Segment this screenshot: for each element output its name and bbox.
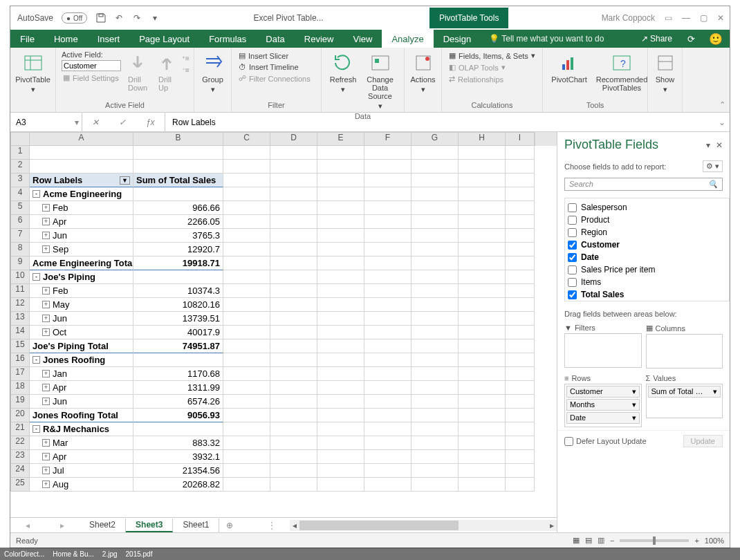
pivot-field-total-sales[interactable]: Total Sales xyxy=(568,288,726,301)
cell[interactable] xyxy=(411,160,459,174)
cell[interactable]: 74951.87 xyxy=(133,339,223,353)
cell[interactable] xyxy=(270,464,317,478)
change-data-source-button[interactable]: Change Data Source▾ xyxy=(362,50,398,112)
row-header[interactable]: 11 xyxy=(10,284,30,298)
formula-input[interactable]: Row Labels xyxy=(165,118,714,127)
recommended-pivot-button[interactable]: ? Recommended PivotTables xyxy=(593,50,651,93)
col-header-G[interactable]: G xyxy=(411,132,459,146)
cell[interactable] xyxy=(506,174,535,187)
cell[interactable] xyxy=(411,229,459,243)
share-button[interactable]: ↗ Share xyxy=(633,34,681,44)
col-header-C[interactable]: C xyxy=(223,132,270,146)
relationships-button[interactable]: ⇄ Relationships xyxy=(447,74,537,84)
cell[interactable] xyxy=(223,146,270,160)
expand-collapse-icon[interactable]: - xyxy=(33,356,40,364)
cell[interactable] xyxy=(223,229,270,243)
qat-more-icon[interactable]: ▾ xyxy=(149,12,160,24)
row-header[interactable]: 24 xyxy=(10,464,30,478)
col-header-I[interactable]: I xyxy=(506,132,535,146)
sheet-tab-sheet2[interactable]: Sheet2 xyxy=(80,519,126,532)
cell[interactable] xyxy=(133,187,223,201)
cell[interactable]: -Jones Roofing xyxy=(30,353,133,367)
cell[interactable]: 6574.26 xyxy=(133,395,223,409)
cell[interactable] xyxy=(317,229,364,243)
cell[interactable]: 40017.9 xyxy=(133,326,223,339)
cell[interactable] xyxy=(411,312,459,326)
cell[interactable] xyxy=(459,395,506,409)
row-header[interactable]: 18 xyxy=(10,381,30,395)
col-header-B[interactable]: B xyxy=(133,132,223,146)
expand-collapse-icon[interactable]: + xyxy=(42,218,50,225)
expand-collapse-icon[interactable]: + xyxy=(42,287,50,295)
tab-design[interactable]: Design xyxy=(434,30,481,48)
pivot-field-customer[interactable]: Customer xyxy=(568,239,726,251)
cell[interactable] xyxy=(459,215,506,229)
cell[interactable] xyxy=(223,270,270,284)
cell[interactable] xyxy=(364,160,411,174)
cell[interactable] xyxy=(270,187,317,201)
row-header[interactable]: 9 xyxy=(10,256,30,270)
cell[interactable]: 9056.93 xyxy=(133,409,223,422)
pivot-field-date[interactable]: Date xyxy=(568,251,726,263)
cell[interactable]: Sum of Total Sales xyxy=(133,174,223,187)
cell[interactable] xyxy=(30,160,133,174)
pivot-chart-button[interactable]: PivotChart xyxy=(548,50,590,85)
col-header-A[interactable]: A xyxy=(30,132,133,146)
history-icon[interactable]: ⟳ xyxy=(681,34,702,44)
sheet-last-icon[interactable]: ▸ xyxy=(60,521,64,530)
expand-collapse-icon[interactable]: + xyxy=(42,370,50,377)
cell[interactable] xyxy=(364,464,411,478)
cell[interactable]: 20268.82 xyxy=(133,478,223,492)
taskbar-item[interactable]: ColorDirect... xyxy=(4,550,44,558)
cell[interactable] xyxy=(223,339,270,353)
refresh-button[interactable]: Refresh▾ xyxy=(327,50,359,95)
cell[interactable] xyxy=(317,298,364,312)
cell[interactable] xyxy=(317,353,364,367)
cell[interactable] xyxy=(317,422,364,436)
tab-page-layout[interactable]: Page Layout xyxy=(129,30,199,48)
drill-up-button[interactable]: Drill Up xyxy=(154,50,179,93)
cell[interactable] xyxy=(459,326,506,339)
cell[interactable] xyxy=(223,256,270,270)
cell[interactable]: 10820.16 xyxy=(133,298,223,312)
cell[interactable] xyxy=(364,478,411,492)
cell[interactable] xyxy=(364,381,411,395)
cell[interactable] xyxy=(223,367,270,381)
cell[interactable] xyxy=(317,215,364,229)
cell[interactable] xyxy=(317,409,364,422)
filters-drop-area[interactable] xyxy=(564,333,642,368)
fields-items-sets-button[interactable]: ▦ Fields, Items, & Sets ▾ xyxy=(447,50,537,61)
cell[interactable] xyxy=(364,409,411,422)
expand-collapse-icon[interactable]: + xyxy=(42,480,50,488)
cell[interactable] xyxy=(506,187,535,201)
cell[interactable]: 966.66 xyxy=(133,201,223,215)
cell[interactable] xyxy=(411,201,459,215)
tab-home[interactable]: Home xyxy=(44,30,88,48)
row-header[interactable]: 4 xyxy=(10,187,30,201)
expand-collapse-icon[interactable]: + xyxy=(42,453,50,460)
cell[interactable] xyxy=(506,422,535,436)
cell[interactable]: 1170.68 xyxy=(133,367,223,381)
cell[interactable] xyxy=(506,381,535,395)
row-header[interactable]: 21 xyxy=(10,422,30,436)
cell[interactable] xyxy=(317,436,364,450)
cell[interactable] xyxy=(223,215,270,229)
cell[interactable] xyxy=(223,298,270,312)
values-area-item[interactable]: Sum of Total … ▾ xyxy=(648,386,721,398)
cell[interactable]: +Sep xyxy=(30,243,133,256)
cell[interactable]: Jones Roofing Total xyxy=(30,409,133,422)
maximize-icon[interactable]: ▢ xyxy=(700,13,707,23)
cell[interactable] xyxy=(364,229,411,243)
cell[interactable] xyxy=(270,339,317,353)
cell[interactable] xyxy=(411,422,459,436)
cell[interactable] xyxy=(506,326,535,339)
row-header[interactable]: 25 xyxy=(10,478,30,492)
rows-area-item[interactable]: Months ▾ xyxy=(566,399,640,411)
cell[interactable] xyxy=(364,298,411,312)
cell[interactable]: -Acme Engineering xyxy=(30,187,133,201)
cell[interactable] xyxy=(317,160,364,174)
pivot-field-salesperson[interactable]: Salesperson xyxy=(568,201,726,214)
cell[interactable] xyxy=(506,409,535,422)
cell[interactable] xyxy=(223,312,270,326)
expand-collapse-icon[interactable]: + xyxy=(42,315,50,322)
